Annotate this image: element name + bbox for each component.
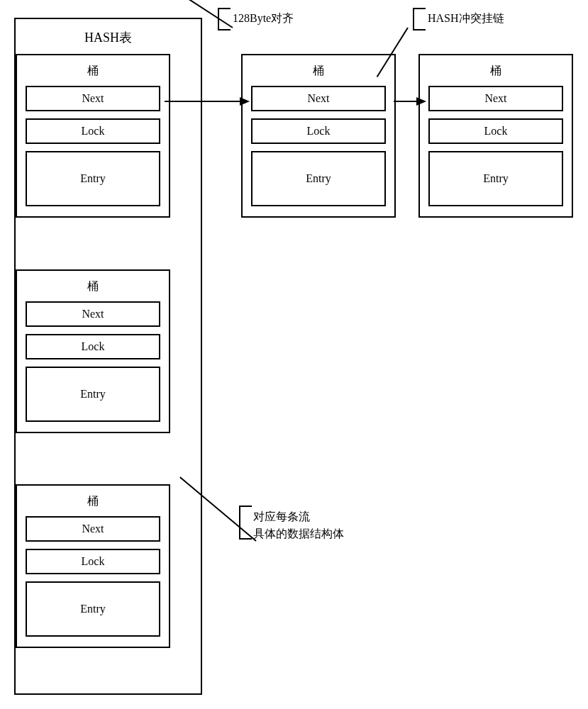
callout-entry-desc: 对应每条流 具体的数据结构体 [253, 508, 360, 542]
field-label: Entry [80, 172, 106, 185]
chain-bucket-0: 桶 Next Lock Entry [241, 54, 396, 218]
bucket-inner: 桶 Next Lock Entry [17, 271, 169, 432]
bucket-field-entry: Entry [428, 151, 563, 206]
arrow-next-1-head [240, 97, 250, 106]
field-label: Next [484, 92, 506, 105]
bucket-1: 桶 Next Lock Entry [16, 269, 170, 433]
bucket-title: 桶 [87, 64, 99, 79]
bucket-field-lock: Lock [26, 549, 160, 574]
bucket-inner: 桶 Next Lock Entry [17, 55, 169, 216]
bucket-field-next: Next [428, 86, 563, 111]
field-label: Entry [80, 603, 106, 615]
field-label: Entry [80, 388, 106, 401]
field-label: Lock [484, 125, 508, 138]
field-label: Lock [307, 125, 331, 138]
field-label: Entry [306, 172, 331, 185]
bucket-0: 桶 Next Lock Entry [16, 54, 170, 218]
bucket-field-next: Next [251, 86, 386, 111]
bucket-field-entry: Entry [251, 151, 386, 206]
bucket-title: 桶 [87, 279, 99, 294]
bucket-field-lock: Lock [26, 118, 160, 144]
bucket-field-entry: Entry [26, 151, 160, 206]
callout-128byte: 128Byte对齐 [233, 11, 294, 26]
bucket-field-lock: Lock [26, 334, 160, 359]
arrow-next-2-head [416, 97, 426, 106]
bucket-field-next: Next [26, 301, 160, 327]
field-label: Entry [483, 172, 509, 185]
bucket-inner: 桶 Next Lock Entry [420, 55, 572, 216]
field-label: Next [82, 523, 104, 535]
bucket-field-entry: Entry [26, 581, 160, 637]
field-label: Lock [82, 125, 105, 138]
chain-bucket-1: 桶 Next Lock Entry [418, 54, 573, 218]
bucket-inner: 桶 Next Lock Entry [243, 55, 394, 216]
field-label: Next [82, 92, 104, 105]
field-label: Next [307, 92, 329, 105]
bucket-2: 桶 Next Lock Entry [16, 484, 170, 648]
bucket-title: 桶 [313, 64, 324, 79]
bucket-field-entry: Entry [26, 367, 160, 422]
callout-entry-line1: 对应每条流 [253, 510, 310, 523]
callout-bracket-hashchain [413, 8, 426, 30]
bucket-title: 桶 [490, 64, 501, 79]
arrow-next-2-line [394, 101, 418, 102]
bucket-inner: 桶 Next Lock Entry [17, 486, 169, 647]
callout-entry-line2: 具体的数据结构体 [253, 527, 344, 540]
hash-table-title: HASH表 [16, 29, 201, 46]
arrow-next-1-line [165, 101, 241, 102]
field-label: Lock [82, 340, 105, 353]
bucket-field-lock: Lock [428, 118, 563, 144]
field-label: Next [82, 308, 104, 320]
bucket-field-next: Next [26, 86, 160, 111]
bucket-title: 桶 [87, 494, 99, 509]
bucket-field-next: Next [26, 516, 160, 542]
callout-hashchain: HASH冲突挂链 [428, 11, 504, 26]
bucket-field-lock: Lock [251, 118, 386, 144]
field-label: Lock [82, 555, 105, 568]
